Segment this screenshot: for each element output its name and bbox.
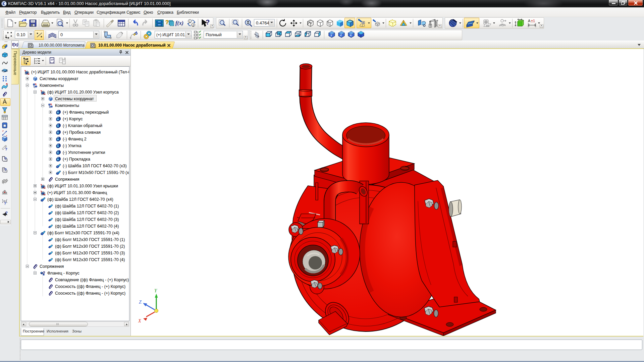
- svg-text:?: ?: [5, 211, 8, 215]
- svg-text:2: 2: [193, 23, 194, 27]
- svg-text:f(x): f(x): [175, 20, 183, 26]
- svg-text:±1: ±1: [531, 19, 535, 23]
- svg-text:?: ?: [4, 168, 7, 172]
- svg-text:?: ?: [5, 147, 7, 151]
- svg-text:?: ?: [165, 19, 169, 25]
- svg-text:?: ?: [4, 202, 6, 205]
- svg-text:Y: Y: [154, 288, 158, 293]
- svg-text:X: X: [138, 318, 141, 323]
- svg-text:?: ?: [206, 18, 210, 26]
- svg-text:A: A: [528, 19, 531, 23]
- svg-text:Z: Z: [139, 300, 142, 305]
- svg-text:?: ?: [4, 157, 7, 161]
- svg-text:1: 1: [189, 20, 191, 23]
